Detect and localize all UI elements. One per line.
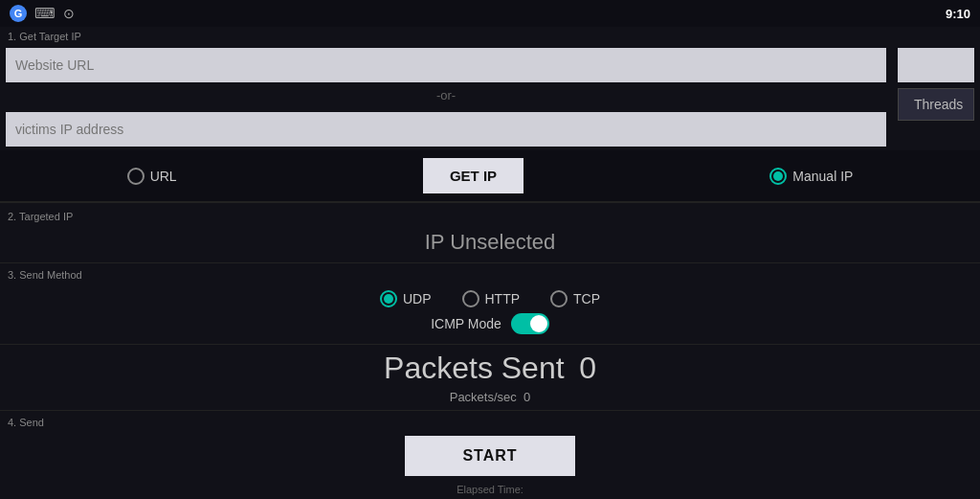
packets-sec-display: Packets/sec 0 bbox=[450, 390, 531, 404]
section2-label: 2. Targeted IP bbox=[0, 207, 980, 224]
radio-url[interactable]: URL bbox=[127, 168, 177, 185]
icmp-toggle[interactable] bbox=[511, 313, 549, 334]
toggle-knob bbox=[530, 315, 547, 332]
section-targeted-ip: 2. Targeted IP IP Unselected bbox=[0, 203, 980, 263]
packets-sent-display: Packets Sent 0 bbox=[384, 351, 596, 386]
radio-http[interactable]: HTTP bbox=[462, 290, 521, 307]
start-button[interactable]: START bbox=[405, 436, 574, 476]
google-g-icon: G bbox=[10, 5, 27, 22]
status-bar-time: 9:10 bbox=[946, 7, 970, 21]
radio-tcp-circle bbox=[550, 290, 568, 307]
section3-label: 3. Send Method bbox=[0, 265, 980, 283]
packets-sent-value: 0 bbox=[579, 351, 596, 385]
radio-url-circle bbox=[127, 168, 145, 185]
right-col: 3074 Threads bbox=[892, 44, 980, 150]
stats-area: Packets Sent 0 Packets/sec 0 bbox=[0, 345, 980, 411]
keyboard-icon: ⌨ bbox=[34, 5, 56, 22]
inputs-row: -or- 3074 Threads bbox=[0, 44, 980, 150]
radio-http-circle bbox=[462, 290, 479, 307]
radio-manual-ip[interactable]: Manual IP bbox=[769, 168, 853, 185]
section4-label: 4. Send bbox=[0, 413, 980, 430]
radio-udp-circle bbox=[380, 290, 397, 307]
website-url-input[interactable] bbox=[6, 48, 886, 82]
section-send-method: 3. Send Method UDP HTTP TCP ICMP Mode bbox=[0, 263, 980, 345]
radio-manual-ip-label: Manual IP bbox=[792, 169, 853, 184]
section-get-target-ip: 1. Get Target IP -or- 3074 Threads URL G… bbox=[0, 27, 980, 203]
inputs-col: -or- bbox=[0, 44, 892, 150]
port-input[interactable]: 3074 bbox=[898, 48, 974, 82]
radio-udp[interactable]: UDP bbox=[380, 290, 432, 307]
section-send: 4. Send START Elapsed Time: bbox=[0, 411, 980, 499]
udp-label: UDP bbox=[403, 291, 432, 306]
radio-tcp[interactable]: TCP bbox=[550, 290, 600, 307]
send-method-row: UDP HTTP TCP bbox=[0, 283, 980, 311]
packets-sec-label: Packets/sec bbox=[450, 390, 517, 404]
ip-status-display: IP Unselected bbox=[0, 224, 980, 259]
elapsed-label: Elapsed Time: bbox=[0, 482, 980, 497]
location-icon: ⊙ bbox=[63, 6, 75, 21]
radio-row: URL GET IP Manual IP bbox=[0, 150, 980, 202]
tcp-label: TCP bbox=[573, 291, 600, 306]
icmp-row: ICMP Mode bbox=[0, 311, 980, 342]
radio-url-label: URL bbox=[150, 169, 177, 184]
http-label: HTTP bbox=[485, 291, 521, 306]
or-divider: -or- bbox=[6, 86, 886, 104]
victim-ip-input[interactable] bbox=[6, 112, 886, 147]
packets-sec-value: 0 bbox=[523, 390, 530, 404]
main-container: 1. Get Target IP -or- 3074 Threads URL G… bbox=[0, 27, 980, 499]
radio-manual-ip-circle bbox=[769, 168, 787, 185]
status-bar-left: G ⌨ ⊙ bbox=[10, 5, 75, 22]
get-ip-button[interactable]: GET IP bbox=[423, 158, 523, 193]
icmp-label: ICMP Mode bbox=[431, 316, 501, 331]
section1-label: 1. Get Target IP bbox=[0, 27, 980, 44]
packets-sent-label: Packets Sent bbox=[384, 351, 565, 385]
threads-button[interactable]: Threads bbox=[898, 88, 974, 121]
status-bar: G ⌨ ⊙ 9:10 bbox=[0, 0, 980, 27]
